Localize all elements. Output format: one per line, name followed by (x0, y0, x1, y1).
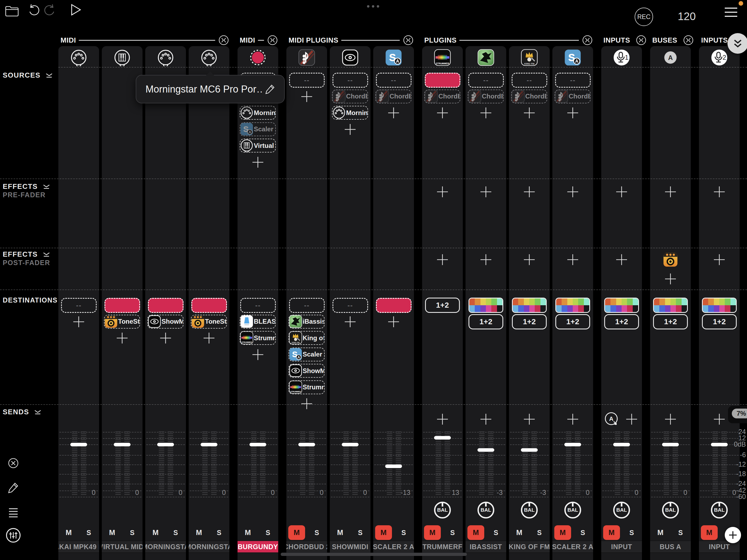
fader-handle[interactable] (434, 436, 451, 439)
fader-handle[interactable] (298, 443, 315, 446)
add-slot-button[interactable] (387, 316, 400, 329)
collapse-group-icon[interactable] (267, 34, 278, 46)
channel-name[interactable]: VIRTUAL MIDI (102, 540, 143, 553)
output-channels-button[interactable]: 1+2 (512, 314, 547, 329)
channel-name[interactable]: IBASSIST (465, 540, 506, 553)
add-slot-button[interactable] (664, 413, 677, 427)
solo-button[interactable]: S (167, 525, 184, 540)
section-label-sources[interactable]: SOURCES (3, 71, 53, 80)
plugin-item[interactable]: KING FMKing of (288, 331, 325, 345)
channel-name[interactable]: INPUT (601, 540, 642, 553)
list-icon[interactable] (6, 505, 20, 519)
balance-knob[interactable]: BAL (662, 502, 679, 518)
solo-button[interactable]: S (531, 525, 548, 540)
plugin-item[interactable]: ToneSt (191, 315, 227, 328)
empty-slot[interactable]: -- (289, 73, 325, 88)
open-file-icon[interactable] (5, 5, 19, 17)
solo-button[interactable]: S (672, 525, 689, 540)
play-icon[interactable] (70, 3, 82, 16)
add-slot-button[interactable] (480, 107, 492, 120)
add-slot-button[interactable] (436, 107, 449, 120)
solo-button[interactable]: S (488, 525, 504, 540)
add-slot-button[interactable] (480, 186, 492, 199)
mic-2-icon[interactable]: 2 (711, 49, 728, 66)
balance-knob[interactable]: BAL (478, 502, 494, 518)
fader-handle[interactable] (201, 443, 217, 446)
mute-button[interactable]: M (60, 525, 77, 540)
mute-button[interactable]: M (511, 525, 528, 540)
add-slot-button[interactable] (480, 413, 492, 427)
kingfm-icon[interactable]: KING FM (521, 49, 538, 66)
channel-name[interactable]: CHORDBUD 2 (286, 540, 327, 553)
mute-button[interactable]: M (147, 525, 164, 540)
collapse-section-icon[interactable] (34, 410, 42, 415)
empty-slot[interactable]: -- (61, 298, 97, 313)
channel-name[interactable]: SHOWMIDI (330, 540, 370, 553)
fader-handle[interactable] (157, 443, 174, 446)
channel-name[interactable]: SCALER 2 A (552, 540, 593, 553)
output-color-grid[interactable] (653, 298, 688, 313)
plugin-item[interactable]: iBassist (288, 315, 325, 328)
plugin-item[interactable]: Mornin (240, 106, 276, 119)
channel-name[interactable]: BURGUNDY (237, 540, 278, 553)
scaler-icon[interactable]: SA (385, 49, 402, 66)
routed-port-slot[interactable] (191, 298, 227, 313)
solo-button[interactable]: S (308, 525, 325, 540)
plugin-item[interactable]: ChordB (511, 89, 547, 103)
collapse-group-icon[interactable] (582, 34, 593, 46)
add-slot-button[interactable] (73, 316, 85, 329)
add-slot-button[interactable] (615, 186, 628, 199)
collapse-section-icon[interactable] (45, 73, 53, 78)
mute-button[interactable]: M (554, 525, 571, 540)
add-slot-button[interactable] (159, 332, 172, 345)
collapse-group-icon[interactable] (218, 34, 229, 46)
horizontal-scrollbar[interactable] (281, 553, 467, 556)
plugin-item[interactable]: BLEASS (240, 315, 276, 328)
edit-pencil-icon[interactable] (6, 480, 20, 495)
add-slot-button[interactable] (387, 107, 400, 120)
output-channels-button[interactable]: 1+2 (468, 314, 503, 329)
add-slot-button[interactable] (436, 186, 449, 199)
add-slot-button[interactable] (664, 186, 677, 199)
plugin-item[interactable]: ShowM (288, 364, 325, 378)
add-slot-button[interactable] (566, 107, 579, 120)
channel-name[interactable]: SCALER 2 A (373, 540, 414, 553)
plugin-item[interactable]: Mornin (332, 106, 368, 119)
empty-slot[interactable]: -- (468, 73, 504, 88)
fader-handle[interactable] (662, 443, 679, 446)
section-label-sends[interactable]: SENDS (3, 408, 42, 416)
scaler-icon[interactable]: SA (564, 49, 582, 66)
solo-button[interactable]: S (444, 525, 461, 540)
balance-knob[interactable]: BAL (521, 502, 538, 518)
mute-button[interactable]: M (467, 525, 484, 540)
fader-handle[interactable] (521, 448, 538, 452)
add-slot-button[interactable] (713, 413, 726, 427)
burgundy-dot-icon[interactable] (249, 49, 266, 66)
expand-all-button[interactable] (727, 33, 747, 54)
balance-knob[interactable]: BAL (613, 502, 630, 518)
add-slot-button[interactable] (615, 254, 628, 267)
output-channels-button[interactable]: 1+2 (653, 314, 688, 329)
mute-button[interactable]: M (603, 525, 620, 540)
mic-1-icon[interactable]: 1 (613, 49, 630, 66)
add-slot-button[interactable] (203, 332, 215, 345)
plugin-item[interactable]: STRUMMERStrumn (240, 331, 276, 345)
ibassist-icon[interactable] (477, 49, 494, 66)
piano-circle-icon[interactable] (113, 49, 131, 66)
output-channels-button[interactable]: 1+2 (702, 314, 737, 329)
clear-selection-icon[interactable] (6, 456, 20, 470)
channel-name[interactable]: STRUMMERFX (422, 540, 463, 553)
add-slot-button[interactable] (436, 254, 449, 267)
add-slot-button[interactable] (566, 413, 579, 427)
empty-slot[interactable]: -- (289, 298, 325, 313)
add-channel-button[interactable] (725, 527, 741, 543)
fader-handle[interactable] (70, 443, 87, 446)
section-label-effects-pre[interactable]: EFFECTS (3, 182, 50, 191)
solo-button[interactable]: S (352, 525, 369, 540)
output-channels-button[interactable]: 1+2 (604, 314, 639, 329)
plugin-item[interactable]: ChordB (468, 89, 504, 103)
solo-button[interactable]: S (623, 525, 640, 540)
add-slot-button[interactable] (252, 156, 264, 169)
channel-name[interactable]: AKAI MPK49 P (58, 540, 99, 553)
add-slot-button[interactable] (566, 254, 579, 267)
